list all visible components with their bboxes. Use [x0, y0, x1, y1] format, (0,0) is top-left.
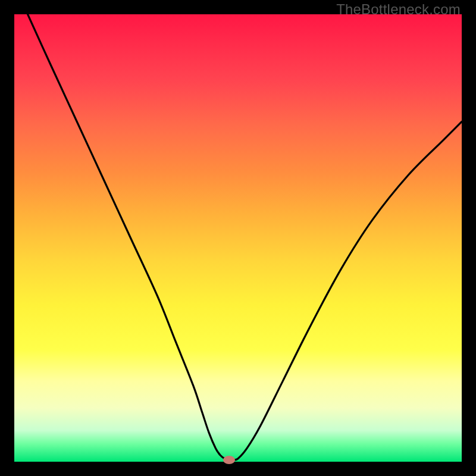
curve-svg: [14, 14, 462, 462]
watermark-text: TheBottleneck.com: [336, 1, 461, 18]
bottleneck-curve: [28, 14, 462, 460]
minimum-marker: [223, 456, 235, 464]
chart-frame: TheBottleneck.com: [0, 0, 476, 476]
plot-area: [14, 14, 462, 462]
